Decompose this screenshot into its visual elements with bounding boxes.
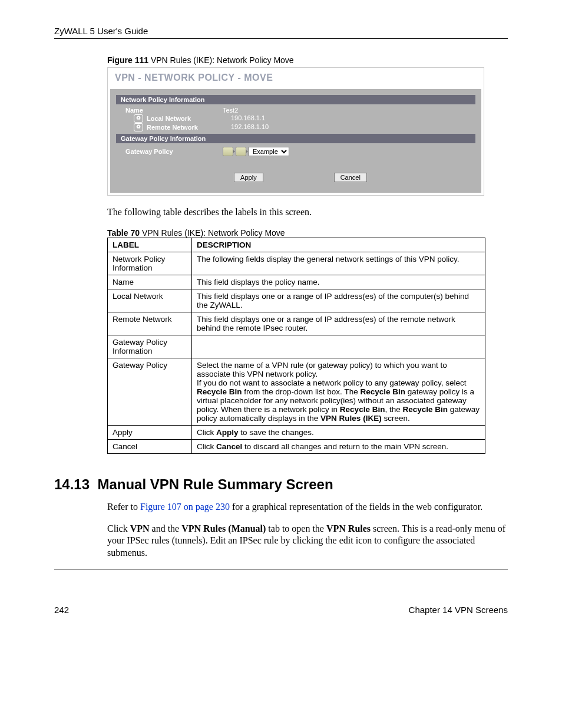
header-rule [54,38,508,39]
cell-label: Gateway Policy Information [108,335,192,358]
cell-description: Click Apply to save the changes. [192,425,485,439]
name-label: Name [125,107,223,114]
figure-panel: VPN - NETWORK POLICY - MOVE Network Poli… [107,67,508,196]
th-description: DESCRIPTION [192,238,485,252]
cell-description: This field displays one or a range of IP… [192,312,485,335]
gateway-icon [223,147,233,156]
table-row: Gateway PolicySelect the name of a VPN r… [108,358,485,425]
cell-label: Network Policy Information [108,252,192,275]
table-caption-bold: Table 70 [107,228,140,238]
section-paragraph-2: Click VPN and the VPN Rules (Manual) tab… [107,523,508,559]
table-row: Local NetworkThis field displays one or … [108,289,485,312]
section-paragraph-1: Refer to Figure 107 on page 230 for a gr… [107,501,508,513]
cell-label: Local Network [108,289,192,312]
figure-caption-bold: Figure 111 [107,55,148,65]
page-number: 242 [54,605,69,615]
figure-caption-rest: VPN Rules (IKE): Network Policy Move [148,55,294,65]
chapter-label: Chapter 14 VPN Screens [409,605,508,615]
cell-label: Remote Network [108,312,192,335]
table-caption-rest: VPN Rules (IKE): Network Policy Move [140,228,285,238]
figure-caption: Figure 111 VPN Rules (IKE): Network Poli… [107,55,508,65]
table-row: NameThis field displays the policy name. [108,275,485,289]
table-row: ApplyClick Apply to save the changes. [108,425,485,439]
table-row: Gateway Policy Information [108,335,485,358]
table-header-row: LABEL DESCRIPTION [108,238,485,252]
table-row: Remote NetworkThis field displays one or… [108,312,485,335]
name-value: Test2 [223,107,238,114]
apply-button[interactable]: Apply [234,173,263,182]
section-title: Manual VPN Rule Summary Screen [97,476,333,492]
table-caption: Table 70 VPN Rules (IKE): Network Policy… [107,228,508,238]
gateway-policy-label: Gateway Policy [125,147,223,156]
gateway-policy-select[interactable]: Example [249,147,289,156]
section-heading: 14.13 Manual VPN Rule Summary Screen [54,476,508,493]
table-row: CancelClick Cancel to discard all change… [108,439,485,453]
running-header: ZyWALL 5 User's Guide [54,26,508,38]
cell-label: Gateway Policy [108,358,192,425]
cell-description: The following fields display the general… [192,252,485,275]
band-network-policy: Network Policy Information [116,95,475,104]
th-label: LABEL [108,238,192,252]
cancel-button[interactable]: Cancel [334,173,367,182]
panel-title: VPN - NETWORK POLICY - MOVE [110,70,481,89]
cell-description: Click Cancel to discard all changes and … [192,439,485,453]
gateway-icons [223,147,246,156]
cell-description: This field displays one or a range of IP… [192,289,485,312]
recycle-icon: ♻ [134,114,143,123]
cell-label: Apply [108,425,192,439]
cell-description: Select the name of a VPN rule (or gatewa… [192,358,485,425]
cell-label: Name [108,275,192,289]
local-network-label: Local Network [147,115,191,122]
description-table: LABEL DESCRIPTION Network Policy Informa… [107,238,485,454]
remote-network-label: Remote Network [147,124,198,131]
cell-description: This field displays the policy name. [192,275,485,289]
local-network-value: 190.168.1.1 [231,114,265,123]
section-number: 14.13 [54,476,90,492]
table-row: Network Policy InformationThe following … [108,252,485,275]
intro-paragraph: The following table describes the labels… [107,206,508,219]
cell-label: Cancel [108,439,192,453]
section-p1-pre: Refer to [107,502,140,512]
recycle-icon: ♻ [134,123,143,131]
remote-network-value: 192.168.1.10 [231,123,269,131]
footer-rule [54,569,508,569]
figure-cross-reference-link[interactable]: Figure 107 on page 230 [140,502,230,512]
cell-description [192,335,485,358]
band-gateway-policy: Gateway Policy Information [116,134,475,143]
gateway-icon [236,147,246,156]
section-p1-post: for a graphical representation of the fi… [230,502,482,512]
